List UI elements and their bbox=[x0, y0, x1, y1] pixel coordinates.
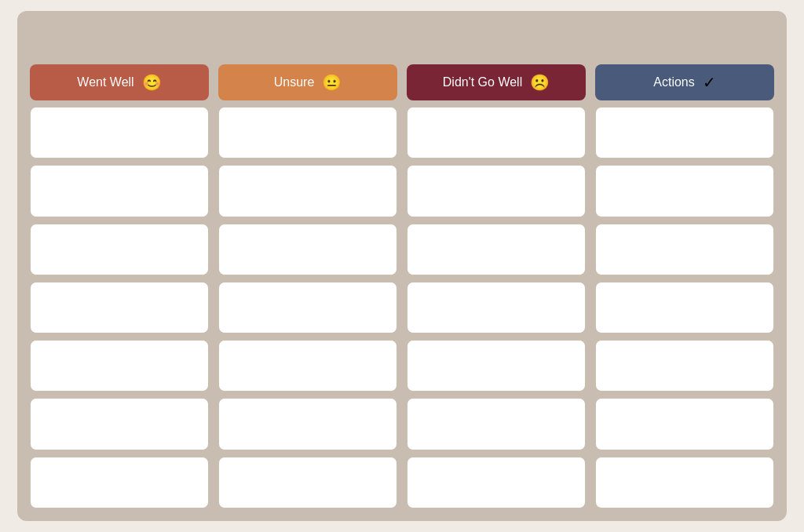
card[interactable] bbox=[30, 457, 209, 508]
card[interactable] bbox=[407, 282, 586, 333]
card[interactable] bbox=[30, 224, 209, 275]
card[interactable] bbox=[218, 282, 397, 333]
card[interactable] bbox=[407, 224, 586, 275]
card[interactable] bbox=[595, 224, 774, 275]
column-header-actions[interactable]: Actions✓ bbox=[595, 64, 774, 100]
column-header-icon: 😊 bbox=[142, 73, 162, 92]
card[interactable] bbox=[595, 340, 774, 392]
column-header-icon: ☹️ bbox=[530, 73, 550, 92]
retrospective-board: Went Well😊Unsure😐Didn't Go Well☹️Actions… bbox=[17, 11, 787, 521]
title-block bbox=[30, 24, 209, 55]
column-header-text: Actions bbox=[653, 75, 694, 89]
column-actions: Actions✓ bbox=[595, 64, 774, 508]
card[interactable] bbox=[218, 457, 397, 508]
card[interactable] bbox=[30, 165, 209, 217]
card[interactable] bbox=[595, 398, 774, 450]
card[interactable] bbox=[595, 457, 774, 508]
column-went-well: Went Well😊 bbox=[30, 64, 209, 508]
column-didnt-go-well: Didn't Go Well☹️ bbox=[407, 64, 586, 508]
column-header-text: Unsure bbox=[274, 75, 315, 89]
column-unsure: Unsure😐 bbox=[218, 64, 397, 508]
card[interactable] bbox=[595, 107, 774, 159]
card[interactable] bbox=[407, 165, 586, 217]
card[interactable] bbox=[407, 107, 586, 159]
column-header-icon: 😐 bbox=[322, 73, 342, 92]
card[interactable] bbox=[30, 107, 209, 159]
card[interactable] bbox=[218, 107, 397, 159]
card[interactable] bbox=[218, 165, 397, 217]
column-header-icon: ✓ bbox=[703, 73, 716, 92]
card[interactable] bbox=[595, 165, 774, 217]
card[interactable] bbox=[407, 457, 586, 508]
column-header-went-well[interactable]: Went Well😊 bbox=[30, 64, 209, 100]
card[interactable] bbox=[218, 224, 397, 275]
column-header-unsure[interactable]: Unsure😐 bbox=[218, 64, 397, 100]
card[interactable] bbox=[30, 282, 209, 333]
card[interactable] bbox=[30, 340, 209, 392]
column-header-text: Didn't Go Well bbox=[443, 75, 522, 89]
card[interactable] bbox=[218, 340, 397, 392]
card[interactable] bbox=[407, 398, 586, 450]
card[interactable] bbox=[218, 398, 397, 450]
column-header-didnt-go-well[interactable]: Didn't Go Well☹️ bbox=[407, 64, 586, 100]
card[interactable] bbox=[407, 340, 586, 392]
card[interactable] bbox=[30, 398, 209, 450]
column-header-text: Went Well bbox=[77, 75, 133, 89]
card[interactable] bbox=[595, 282, 774, 333]
